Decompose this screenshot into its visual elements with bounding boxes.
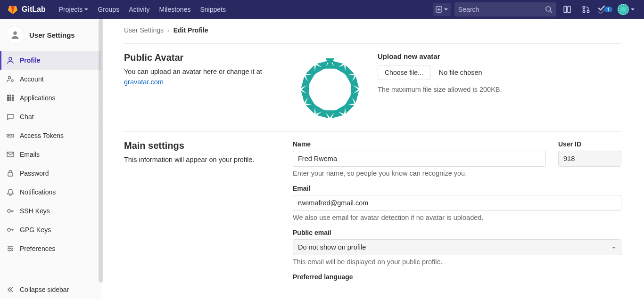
sidebar-item-password[interactable]: Password bbox=[0, 164, 101, 183]
svg-rect-2 bbox=[564, 6, 567, 13]
gravatar-link[interactable]: gravatar.com bbox=[124, 78, 164, 86]
divider bbox=[124, 131, 621, 132]
svg-rect-3 bbox=[568, 6, 570, 13]
issues-button[interactable] bbox=[559, 3, 575, 16]
current-avatar bbox=[293, 52, 367, 127]
bell-icon bbox=[7, 188, 14, 196]
sidebar: User Settings Profile Account Applicatio… bbox=[0, 19, 101, 299]
sidebar-item-label: Emails bbox=[20, 151, 40, 158]
sidebar-item-label: Preferences bbox=[20, 245, 55, 252]
main-settings-heading: Main settings bbox=[124, 140, 274, 151]
breadcrumb-current: Edit Profile bbox=[173, 26, 208, 34]
public-email-select[interactable] bbox=[293, 239, 621, 255]
userid-input bbox=[558, 151, 621, 167]
svg-rect-16 bbox=[12, 97, 14, 99]
no-file-text: No file chosen bbox=[439, 69, 482, 76]
svg-point-22 bbox=[9, 135, 10, 136]
user-menu[interactable] bbox=[616, 3, 636, 16]
collapse-label: Collapse sidebar bbox=[20, 286, 69, 293]
avatar-section: Public Avatar You can upload an avatar h… bbox=[124, 52, 621, 127]
chevron-down-icon bbox=[444, 8, 448, 12]
chevron-down-icon bbox=[631, 8, 635, 12]
svg-rect-25 bbox=[8, 173, 13, 176]
svg-point-27 bbox=[8, 228, 10, 231]
search-input[interactable] bbox=[458, 6, 545, 13]
svg-point-4 bbox=[583, 6, 585, 8]
upload-heading: Upload new avatar bbox=[378, 52, 502, 60]
main-settings-desc: This information will appear on your pro… bbox=[124, 155, 274, 165]
main-content: User Settings › Edit Profile Public Avat… bbox=[101, 19, 644, 299]
sidebar-item-label: Password bbox=[20, 170, 49, 177]
mail-icon bbox=[7, 151, 14, 158]
email-label: Email bbox=[293, 185, 621, 192]
sidebar-item-label: GPG Keys bbox=[20, 226, 51, 234]
svg-rect-11 bbox=[7, 95, 9, 97]
svg-rect-18 bbox=[9, 99, 11, 101]
avatar-icon bbox=[618, 4, 629, 15]
svg-point-5 bbox=[583, 10, 585, 13]
email-input[interactable] bbox=[293, 195, 621, 211]
sidebar-item-label: Account bbox=[20, 75, 44, 83]
sidebar-item-access-tokens[interactable]: Access Tokens bbox=[0, 126, 101, 145]
todos-button[interactable]: 1 bbox=[597, 3, 613, 16]
search-box[interactable] bbox=[454, 2, 556, 16]
chevron-right-icon: › bbox=[167, 26, 170, 34]
sidebar-item-notifications[interactable]: Notifications bbox=[0, 183, 101, 202]
sidebar-item-label: SSH Keys bbox=[20, 207, 50, 215]
sidebar-item-label: Chat bbox=[20, 113, 34, 121]
divider bbox=[124, 43, 621, 44]
sidebar-item-profile[interactable]: Profile bbox=[0, 51, 101, 70]
profile-icon bbox=[7, 57, 14, 64]
nav-groups[interactable]: Groups bbox=[93, 0, 124, 19]
lock-icon bbox=[7, 170, 14, 177]
svg-rect-13 bbox=[12, 95, 14, 97]
sidebar-item-chat[interactable]: Chat bbox=[0, 107, 101, 126]
sidebar-item-preferences[interactable]: Preferences bbox=[0, 239, 101, 258]
merge-requests-button[interactable] bbox=[578, 3, 594, 16]
sidebar-item-ssh-keys[interactable]: SSH Keys bbox=[0, 202, 101, 220]
svg-point-7 bbox=[13, 32, 17, 35]
nav-snippets[interactable]: Snippets bbox=[195, 0, 230, 19]
breadcrumb-root[interactable]: User Settings bbox=[124, 26, 164, 34]
svg-point-28 bbox=[8, 246, 10, 248]
public-email-label: Public email bbox=[293, 229, 621, 236]
collapse-sidebar[interactable]: Collapse sidebar bbox=[0, 280, 101, 299]
nav-milestones[interactable]: Milestones bbox=[155, 0, 196, 19]
sidebar-header: User Settings bbox=[0, 19, 101, 51]
sidebar-item-applications[interactable]: Applications bbox=[0, 89, 101, 107]
svg-point-10 bbox=[11, 80, 13, 81]
user-icon bbox=[7, 26, 24, 43]
sidebar-item-label: Notifications bbox=[20, 188, 56, 196]
name-label: Name bbox=[293, 140, 546, 148]
pref-lang-label: Preferred language bbox=[293, 273, 621, 281]
nav-projects[interactable]: Projects bbox=[54, 0, 93, 19]
gear-user-icon bbox=[7, 75, 14, 83]
svg-point-8 bbox=[9, 57, 12, 60]
svg-point-29 bbox=[11, 248, 13, 250]
svg-point-26 bbox=[8, 210, 10, 212]
key-icon bbox=[7, 226, 14, 234]
sidebar-item-account[interactable]: Account bbox=[0, 70, 101, 89]
svg-point-1 bbox=[546, 7, 551, 11]
grid-icon bbox=[7, 94, 14, 102]
brand[interactable]: GitLab bbox=[8, 4, 46, 15]
sidebar-item-gpg-keys[interactable]: GPG Keys bbox=[0, 220, 101, 239]
avatar-heading: Public Avatar bbox=[124, 52, 274, 63]
svg-point-6 bbox=[587, 10, 589, 13]
new-dropdown-button[interactable] bbox=[433, 3, 451, 16]
userid-label: User ID bbox=[558, 140, 621, 148]
nav-activity[interactable]: Activity bbox=[124, 0, 154, 19]
svg-point-30 bbox=[9, 250, 10, 251]
svg-point-21 bbox=[8, 135, 9, 136]
choose-file-button[interactable]: Choose file... bbox=[378, 65, 430, 80]
name-help: Enter your name, so people you know can … bbox=[293, 170, 546, 177]
sidebar-item-label: Profile bbox=[20, 57, 41, 64]
public-email-help: This email will be displayed on your pub… bbox=[293, 258, 621, 266]
search-icon bbox=[545, 6, 553, 13]
top-navbar: GitLab Projects Groups Activity Mileston… bbox=[0, 0, 644, 19]
scrollbar[interactable] bbox=[99, 19, 103, 283]
svg-rect-15 bbox=[9, 97, 11, 99]
sidebar-item-emails[interactable]: Emails bbox=[0, 145, 101, 164]
avatar-desc-text: You can upload an avatar here or change … bbox=[124, 68, 262, 75]
name-input[interactable] bbox=[293, 151, 546, 167]
